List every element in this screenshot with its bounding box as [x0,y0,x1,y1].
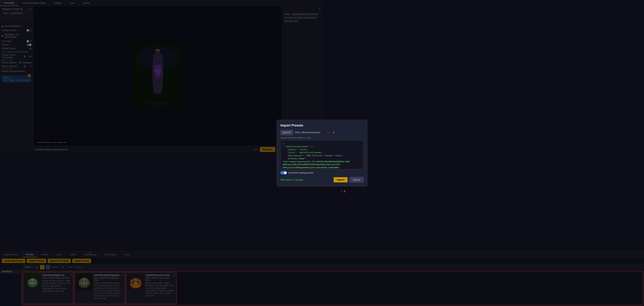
modal-title: Import Presets [280,124,322,127]
json-preview-area[interactable]: { "sdxlofficial/anime": { "author": "loc… [280,140,322,153]
modal-overlay[interactable]: Import Presets ← 3 选择文件 SDXL.Official.Pr… [0,0,322,153]
upload-label: Upload Preset File (JSON or CSV) [280,137,322,139]
choose-file-button[interactable]: 选择文件 [280,130,293,135]
file-upload-row: 选择文件 SDXL.Official.Presets.json [280,130,322,135]
import-presets-modal: Import Presets ← 3 选择文件 SDXL.Official.Pr… [277,120,322,153]
file-name-display: SDXL.Official.Presets.json [295,131,320,134]
